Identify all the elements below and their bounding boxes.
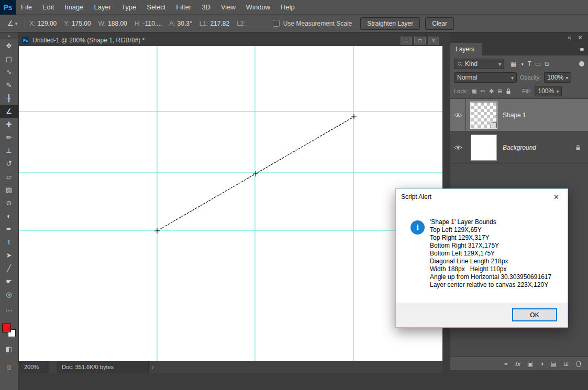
lock-pixels-icon[interactable]: ✏ xyxy=(481,88,485,95)
layer-filter-row: Kind ▾ ▦ ◑ T ▭ ⧉ xyxy=(454,59,584,69)
tool-preset-picker[interactable]: ∠ ▾ xyxy=(4,18,20,28)
collapse-panels-icon[interactable]: « xyxy=(568,34,571,41)
canvas[interactable] xyxy=(19,46,442,361)
clone-stamp-tool[interactable]: ⊥ xyxy=(0,144,18,157)
menu-image[interactable]: Image xyxy=(59,3,88,11)
filter-shape-icon[interactable]: ▭ xyxy=(535,60,541,68)
layer-mask-icon[interactable]: ▣ xyxy=(527,360,533,367)
clear-button[interactable]: Clear xyxy=(425,17,454,30)
menu-window[interactable]: Window xyxy=(241,3,275,11)
visibility-toggle[interactable] xyxy=(450,99,466,131)
kind-filter-dropdown[interactable]: Kind ▾ xyxy=(454,59,504,69)
gradient-tool[interactable]: ▨ xyxy=(0,183,18,196)
h-label: H: xyxy=(135,20,141,27)
dialog-line: Top Right 129X,317Y xyxy=(430,234,551,242)
filter-adjustment-icon[interactable]: ◑ xyxy=(520,60,524,68)
doc-size-info: Doc: 351.6K/0 bytes xyxy=(57,361,149,373)
color-swatches[interactable] xyxy=(2,324,16,337)
menu-layer[interactable]: Layer xyxy=(89,3,117,11)
quick-selection-tool[interactable]: ✎ xyxy=(0,79,18,92)
zoom-level-field[interactable]: 200% xyxy=(19,361,49,373)
menu-help[interactable]: Help xyxy=(275,3,300,11)
lock-all-icon[interactable] xyxy=(506,88,511,94)
lock-position-icon[interactable]: ✥ xyxy=(489,88,494,95)
lasso-tool[interactable]: ∿ xyxy=(0,65,18,79)
layer-thumbnail[interactable] xyxy=(471,135,497,161)
type-tool[interactable]: T xyxy=(0,236,18,249)
menu-edit[interactable]: Edit xyxy=(37,3,59,11)
straighten-layer-button[interactable]: Straighten Layer xyxy=(360,17,420,30)
fill-dropdown[interactable]: 100% ▾ xyxy=(535,86,562,96)
w-label: W: xyxy=(98,20,106,27)
chevron-down-icon: ▾ xyxy=(556,88,559,94)
healing-brush-tool[interactable]: ✚ xyxy=(0,118,18,131)
crop-tool[interactable]: ╂ xyxy=(0,92,18,105)
blend-mode-dropdown[interactable]: Normal ▾ xyxy=(454,72,517,83)
layer-style-icon[interactable]: fx xyxy=(515,361,520,367)
ruler-tool[interactable]: ∠ xyxy=(0,105,18,118)
layer-name[interactable]: Shape 1 xyxy=(503,112,526,119)
link-layers-icon[interactable]: ⚭ xyxy=(503,360,508,367)
lock-transparency-icon[interactable]: ▦ xyxy=(471,88,476,95)
new-group-icon[interactable]: ▤ xyxy=(551,360,557,367)
menu-view[interactable]: View xyxy=(216,3,241,11)
menu-type[interactable]: Type xyxy=(116,3,141,11)
hand-tool[interactable]: ☛ xyxy=(0,275,18,288)
delete-layer-icon[interactable] xyxy=(575,360,582,367)
foreground-color-swatch[interactable] xyxy=(2,324,11,332)
x-label: X: xyxy=(29,20,35,27)
dialog-line: Layer center relative to canvas 223X,120… xyxy=(430,281,551,289)
filter-type-icon[interactable]: T xyxy=(528,60,531,68)
maximize-button[interactable]: □ xyxy=(414,37,426,44)
status-chevron-icon[interactable]: › xyxy=(152,364,154,370)
angle-label: A: xyxy=(169,20,175,27)
dodge-tool[interactable]: ◐ xyxy=(0,209,18,222)
tab-layers[interactable]: Layers xyxy=(450,43,482,55)
panel-menu-icon[interactable]: ≡ xyxy=(580,46,588,55)
move-tool[interactable]: ✥ xyxy=(0,39,18,52)
layer-row-shape1[interactable]: Shape 1 xyxy=(450,99,588,131)
measure-l1-field: L1: 217.82 xyxy=(199,20,229,27)
toolbar-collapse-icon[interactable]: » xyxy=(0,32,18,39)
layer-row-background[interactable]: Background xyxy=(450,131,588,164)
lock-artboard-icon[interactable]: ⊞ xyxy=(497,88,502,95)
blur-tool[interactable]: ⊙ xyxy=(0,196,18,209)
pen-tool[interactable]: ✒ xyxy=(0,222,18,236)
menu-select[interactable]: Select xyxy=(141,3,171,11)
minimize-button[interactable]: – xyxy=(401,37,412,44)
menu-filter[interactable]: Filter xyxy=(171,3,196,11)
marquee-tool[interactable]: ▢ xyxy=(0,52,18,65)
filter-toggle[interactable] xyxy=(579,61,584,66)
edit-toolbar-icon[interactable]: ⋯ xyxy=(0,304,18,317)
menu-3d[interactable]: 3D xyxy=(196,3,216,11)
zoom-tool[interactable]: ◎ xyxy=(0,288,18,301)
close-button[interactable]: × xyxy=(428,37,439,44)
use-measurement-scale-checkbox[interactable] xyxy=(273,20,280,27)
filter-pixel-icon[interactable]: ▦ xyxy=(511,60,516,68)
measure-angle-field: A: 30.3° xyxy=(169,20,192,27)
document-titlebar[interactable]: Ps Untitled-1 @ 200% (Shape 1, RGB/8#) *… xyxy=(19,35,442,46)
layer-thumbnail[interactable] xyxy=(471,102,497,128)
ok-button[interactable]: OK xyxy=(512,308,557,321)
adjustment-layer-icon[interactable]: ◑ xyxy=(540,360,543,367)
new-layer-icon[interactable]: ⊞ xyxy=(563,360,569,367)
search-icon xyxy=(457,61,463,67)
filter-smartobject-icon[interactable]: ⧉ xyxy=(545,60,549,68)
layer-lock-icon[interactable] xyxy=(575,144,581,151)
menu-file[interactable]: File xyxy=(16,3,37,11)
screen-mode-icon[interactable]: ▯ xyxy=(7,360,10,373)
shape-tool[interactable]: ╱ xyxy=(0,262,18,275)
path-selection-tool[interactable]: ➤ xyxy=(0,249,18,262)
brush-tool[interactable]: ✏ xyxy=(0,131,18,144)
history-brush-tool[interactable]: ↺ xyxy=(0,157,18,170)
options-bar: ∠ ▾ X: 129.00 Y: 175.00 W: 188.00 H: -11… xyxy=(0,15,588,32)
eraser-tool[interactable]: ▱ xyxy=(0,170,18,183)
close-panel-icon[interactable]: ✕ xyxy=(578,34,583,41)
script-alert-dialog: Script Alert ✕ i 'Shape 1' Layer Bounds … xyxy=(395,188,568,328)
dialog-titlebar[interactable]: Script Alert ✕ xyxy=(396,189,568,205)
visibility-toggle[interactable] xyxy=(450,131,466,163)
opacity-dropdown[interactable]: 100% ▾ xyxy=(544,72,571,83)
layer-name[interactable]: Background xyxy=(503,144,536,151)
quick-mask-icon[interactable]: ◧ xyxy=(6,342,12,355)
dialog-close-icon[interactable]: ✕ xyxy=(550,192,562,202)
